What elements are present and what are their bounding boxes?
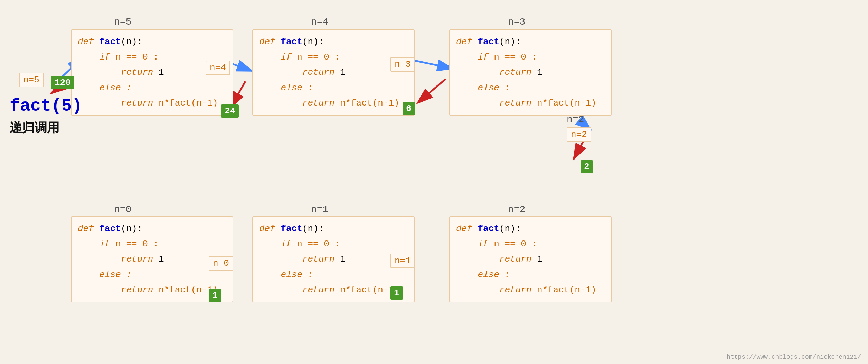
result-6: 6 — [403, 102, 415, 115]
code-n2: def fact(n): if n == 0 : return 1 else :… — [456, 221, 605, 298]
result-120: 120 — [51, 76, 74, 89]
result-2: 2 — [581, 160, 593, 173]
recursion-label: 递归调用 — [10, 119, 59, 136]
code-n5: def fact(n): if n == 0 : return 1 else :… — [78, 34, 226, 111]
title-n1: n=1 — [311, 204, 328, 215]
title-n2-bottom: n=2 — [508, 204, 525, 215]
code-n0: def fact(n): if n == 0 : return 1 else :… — [78, 221, 226, 298]
result-1-n1: 1 — [390, 286, 403, 300]
title-n2-side: n=2 — [567, 114, 584, 125]
code-frame-n4: def fact(n): if n == 0 : return 1 else :… — [252, 29, 415, 116]
label-n5: n=5 — [19, 73, 44, 87]
watermark: https://www.cnblogs.com/nickchen121/ — [727, 354, 861, 361]
result-24: 24 — [221, 104, 239, 118]
code-n3: def fact(n): if n == 0 : return 1 else :… — [456, 34, 605, 111]
code-frame-n3: def fact(n): if n == 0 : return 1 else :… — [449, 29, 612, 116]
title-n4: n=4 — [311, 17, 328, 27]
title-n3: n=3 — [508, 17, 525, 27]
label-n0: n=0 — [209, 256, 233, 271]
label-n2-side: n=2 — [567, 127, 591, 142]
label-n1: n=1 — [390, 254, 415, 268]
result-1-n0: 1 — [209, 289, 221, 302]
label-n3: n=3 — [390, 57, 415, 72]
title-n0: n=0 — [114, 204, 131, 215]
label-n4: n=4 — [206, 61, 230, 75]
code-n1: def fact(n): if n == 0 : return 1 else :… — [259, 221, 408, 298]
code-n4: def fact(n): if n == 0 : return 1 else :… — [259, 34, 408, 111]
fact5-label: fact(5) — [10, 96, 82, 116]
title-n5: n=5 — [114, 17, 131, 27]
code-frame-n2: def fact(n): if n == 0 : return 1 else :… — [449, 216, 612, 302]
